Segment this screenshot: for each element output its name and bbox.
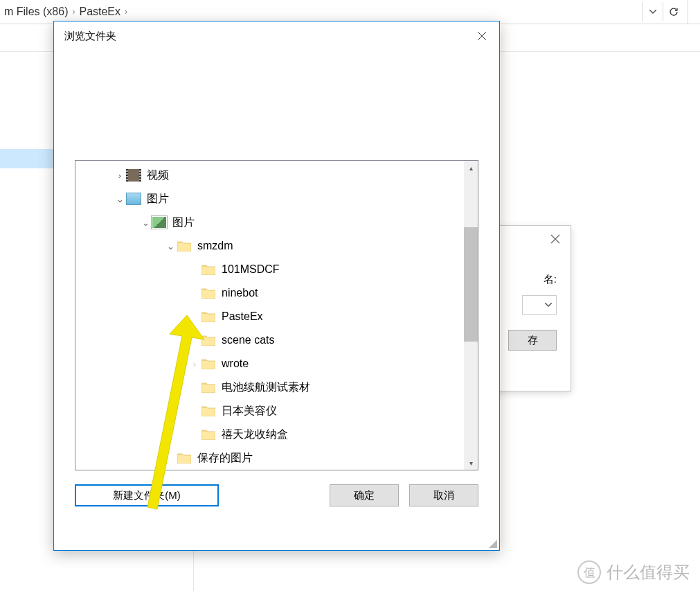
expand-expanded-icon[interactable]: ⌄ bbox=[139, 218, 152, 228]
expand-expanded-icon[interactable]: ⌄ bbox=[114, 194, 126, 204]
scrollbar-thumb[interactable] bbox=[464, 227, 478, 342]
watermark: 值 什么值得买 bbox=[577, 561, 690, 584]
tree-label: 电池续航测试素材 bbox=[222, 380, 310, 395]
tree-label: PasteEx bbox=[222, 310, 263, 323]
tree-item-battery[interactable]: › 电池续航测试素材 bbox=[75, 376, 478, 399]
video-folder-icon bbox=[126, 169, 141, 182]
refresh-button[interactable] bbox=[663, 2, 683, 21]
nav-selected-item[interactable] bbox=[0, 149, 53, 168]
tree-item-pictures-sub[interactable]: ⌄ 图片 bbox=[75, 211, 478, 234]
folder-icon bbox=[201, 263, 216, 276]
close-icon[interactable] bbox=[546, 233, 564, 247]
folder-icon bbox=[201, 334, 216, 346]
folder-icon bbox=[201, 405, 216, 417]
tree-label: ninebot bbox=[222, 287, 258, 299]
folder-icon bbox=[201, 381, 216, 394]
tree-item-pasteex[interactable]: › PasteEx bbox=[75, 305, 478, 328]
scrollbar[interactable]: ▴ ▾ bbox=[464, 161, 478, 470]
resize-grip[interactable] bbox=[486, 537, 497, 548]
tree-label: 保存的图片 bbox=[197, 451, 253, 466]
tree-item-video[interactable]: › 视频 bbox=[75, 164, 478, 187]
scroll-down-button[interactable]: ▾ bbox=[464, 456, 478, 470]
folder-icon bbox=[201, 428, 216, 441]
chevron-right-icon: › bbox=[125, 7, 127, 17]
tree-label: smzdm bbox=[197, 240, 233, 252]
tree-item-beauty[interactable]: › 日本美容仪 bbox=[75, 399, 478, 423]
tree-label: 101MSDCF bbox=[222, 263, 280, 276]
format-dropdown[interactable] bbox=[522, 295, 557, 315]
breadcrumb-segment[interactable]: PasteEx bbox=[75, 6, 125, 18]
ok-button[interactable]: 确定 bbox=[330, 484, 399, 506]
tree-label: 图片 bbox=[147, 192, 169, 206]
tree-item-pictures[interactable]: ⌄ 图片 bbox=[75, 187, 478, 211]
tree-item-101msdcf[interactable]: › 101MSDCF bbox=[75, 258, 478, 281]
close-button[interactable] bbox=[465, 21, 499, 51]
expand-collapsed-icon[interactable]: › bbox=[188, 359, 201, 369]
expand-expanded-icon[interactable]: ⌄ bbox=[164, 241, 177, 252]
tree-item-saved-pictures[interactable]: › 保存的图片 bbox=[75, 446, 478, 470]
watermark-text: 什么值得买 bbox=[607, 561, 690, 583]
dialog-button-row: 新建文件夹(M) 确定 取消 bbox=[54, 484, 499, 520]
tree-label: scene cats bbox=[222, 334, 274, 346]
pictures-folder-icon bbox=[152, 216, 167, 229]
tree-item-scene-cats[interactable]: › scene cats bbox=[75, 328, 478, 352]
tree-item-smzdm[interactable]: ⌄ smzdm bbox=[75, 234, 478, 258]
cancel-button[interactable]: 取消 bbox=[409, 484, 478, 506]
folder-icon bbox=[201, 358, 216, 370]
folder-icon bbox=[201, 287, 216, 299]
tree-label: 日本美容仪 bbox=[222, 404, 277, 418]
tree-label: wrote bbox=[222, 358, 249, 370]
folder-icon bbox=[177, 452, 192, 464]
folder-icon bbox=[201, 310, 216, 323]
dialog-title: 浏览文件夹 bbox=[64, 30, 465, 43]
tree-item-wrote[interactable]: › wrote bbox=[75, 352, 478, 376]
breadcrumb-dropdown-button[interactable] bbox=[642, 2, 663, 21]
filename-label: 名: bbox=[544, 273, 557, 286]
breadcrumb-segment[interactable]: m Files (x86) bbox=[0, 6, 72, 18]
folder-icon bbox=[177, 240, 192, 252]
pictures-library-icon bbox=[126, 193, 141, 205]
watermark-icon: 值 bbox=[577, 561, 601, 584]
save-button[interactable]: 存 bbox=[508, 330, 557, 351]
tree-item-storage[interactable]: › 禧天龙收纳盒 bbox=[75, 423, 478, 446]
browse-folder-dialog: 浏览文件夹 › 视频 ⌄ 图片 ⌄ 图片 ⌄ bbox=[53, 21, 500, 551]
breadcrumb[interactable]: m Files (x86) › PasteEx › bbox=[0, 0, 639, 24]
tree-label: 禧天龙收纳盒 bbox=[222, 427, 288, 442]
tree-item-ninebot[interactable]: › ninebot bbox=[75, 281, 478, 305]
new-folder-button[interactable]: 新建文件夹(M) bbox=[75, 484, 219, 506]
tree-label: 图片 bbox=[172, 215, 195, 230]
scroll-up-button[interactable]: ▴ bbox=[464, 161, 478, 175]
folder-tree[interactable]: › 视频 ⌄ 图片 ⌄ 图片 ⌄ smzdm › 10 bbox=[75, 160, 478, 470]
dialog-titlebar[interactable]: 浏览文件夹 bbox=[54, 21, 499, 51]
tree-label: 视频 bbox=[147, 168, 169, 183]
expand-collapsed-icon[interactable]: › bbox=[114, 170, 126, 181]
